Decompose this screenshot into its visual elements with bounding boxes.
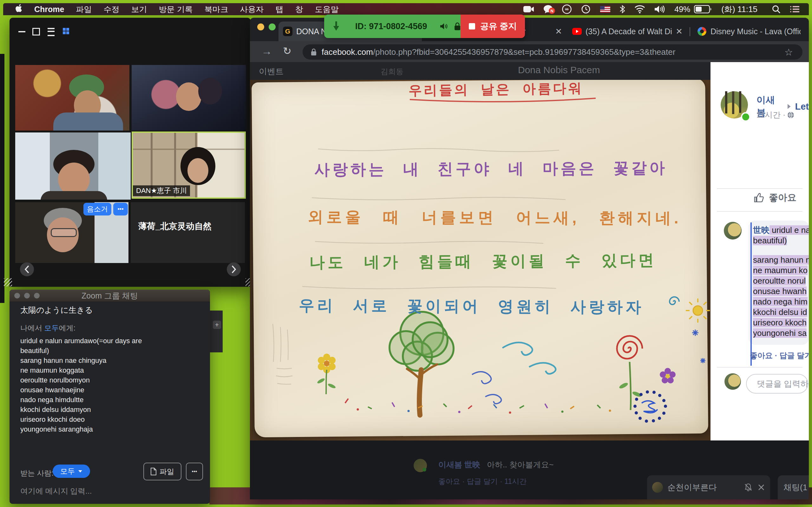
lock-icon [311, 48, 316, 56]
minimize-traffic-light[interactable] [24, 293, 30, 298]
zoom-gallery-view-icon[interactable] [63, 28, 69, 34]
bg-text-events: 이벤트 [259, 66, 284, 77]
file-button[interactable]: 파일 [143, 463, 182, 481]
menu-bar: Chrome 파일 수정 보기 방문 기록 북마크 사용자 탭 창 도움말 N … [3, 3, 809, 15]
close-traffic-light[interactable] [14, 293, 20, 298]
comment-input-placeholder: 댓글을 입력하세 [757, 378, 809, 389]
comment-input[interactable]: 댓글을 입력하세 [746, 374, 808, 394]
chat-message-input[interactable]: 여기에 메시지 입력... [20, 486, 92, 496]
chevron-right-icon [787, 104, 792, 109]
facebook-side-panel: 이새봄 Let 11시간 · 좋아요 世映 uridul e na b [711, 62, 809, 441]
recipient-value: 모두 [60, 466, 75, 476]
wifi-icon[interactable] [635, 5, 645, 13]
chevron-down-icon [78, 470, 83, 473]
menu-chrome[interactable]: Chrome [34, 5, 64, 14]
tab-disney-music-lava[interactable]: Disney Music - Lava (Officia [693, 21, 809, 41]
document-icon [151, 468, 156, 475]
bottom-comment-body: 아하.. 찾아볼게요~ [487, 460, 554, 469]
lyric-line: youngonehi saranghaja [20, 424, 169, 434]
menu-tab[interactable]: 탭 [275, 4, 283, 14]
post-time-row: 11시간 · [757, 110, 794, 120]
zoom-share-bar: ID: 971-0802-4569 공유 중지 [324, 14, 525, 38]
chat-bubble-badge-icon[interactable]: N [544, 5, 553, 13]
recipient-dropdown[interactable]: 모두 [53, 464, 90, 478]
tab-separator [690, 27, 690, 36]
chat-dock-tab-2[interactable]: 채팅(1 [778, 475, 809, 499]
share-info-section: ID: 971-0802-4569 [324, 14, 461, 38]
commenter-avatar[interactable] [724, 222, 742, 239]
zoom-list-view-icon[interactable] [48, 28, 55, 36]
zoom-minimize-view-icon[interactable] [18, 31, 26, 32]
bottom-comment-names[interactable]: 이새봄 世映 [438, 460, 480, 469]
window-resize-mark-left[interactable] [4, 278, 12, 286]
chat-more-button[interactable]: ••• [186, 463, 203, 481]
us-flag-icon[interactable] [600, 6, 610, 13]
stop-sharing-button[interactable]: 공유 중지 [461, 14, 525, 38]
globe-icon [787, 112, 794, 118]
tab-walt-disney[interactable]: (35) A Decade of Walt Disn ✕ [568, 21, 687, 41]
dock-tab-title: 순천이부른다 [667, 482, 744, 493]
participant-face [188, 158, 208, 183]
chrome-window: G DONA NOBIS PACEM UKUL ✕ f (3) Let's SI… [250, 18, 809, 499]
menu-users[interactable]: 사용자 [240, 4, 264, 14]
menu-help[interactable]: 도움말 [315, 4, 339, 14]
lyric-line: nado nega himdultte [20, 395, 169, 405]
close-tab-icon[interactable]: ✕ [555, 26, 562, 37]
plus-icon[interactable]: + [213, 321, 221, 329]
like-button[interactable]: 좋아요 [754, 191, 797, 204]
from-target[interactable]: 모두 [44, 324, 59, 332]
comment-text: nado nega him [753, 297, 808, 306]
chat-titlebar[interactable]: Zoom 그룹 채팅 [9, 290, 210, 302]
viewer-avatar[interactable] [724, 373, 741, 390]
creative-cloud-icon[interactable]: ∞ [562, 4, 571, 14]
close-icon[interactable] [758, 484, 764, 491]
close-tab-icon[interactable]: ✕ [676, 26, 682, 37]
comment-text: ne maumun ko [753, 266, 808, 275]
post-time[interactable]: 11시간 · [757, 110, 785, 120]
minimize-traffic-light[interactable] [257, 23, 264, 31]
menu-view[interactable]: 보기 [131, 4, 147, 14]
time-machine-icon[interactable] [581, 4, 591, 14]
chat-from-line: 나에서 모두에게: [20, 323, 75, 333]
menu-bookmarks[interactable]: 북마크 [204, 4, 228, 14]
background-panel-strip: + [210, 311, 223, 352]
fullscreen-traffic-light[interactable] [269, 23, 275, 31]
poster-line-4: 나도 네가 힘들때 꽃이될 수 있다면 [309, 250, 657, 273]
commenter-name[interactable]: 世映 [753, 225, 769, 235]
zoom-speaker-view-icon[interactable] [32, 28, 40, 36]
url-bar[interactable]: facebook.com/photo.php?fbid=306425543695… [303, 44, 803, 60]
comment-text: sarang hanun n [753, 255, 809, 265]
comment-action-links[interactable]: 좋아요 · 답글 달기 [750, 350, 809, 360]
selection-indicator-line [751, 222, 752, 366]
gallery-prev-button[interactable] [20, 262, 34, 276]
apple-menu-icon[interactable] [15, 4, 23, 14]
bookmark-star-icon[interactable]: ☆ [784, 47, 793, 58]
dimmed-page-bottom: 이새봄 世映 아하.. 찾아볼게요~ 좋아요 · 답글 달기 · 11시간 순천… [250, 441, 809, 499]
tile-more-button[interactable]: ••• [113, 203, 128, 216]
volume-icon[interactable] [655, 5, 665, 13]
post-group-name[interactable]: Let [795, 101, 809, 112]
reload-icon[interactable]: ↻ [283, 45, 292, 57]
tab-title: Disney Music - Lava (Officia [711, 27, 801, 36]
speaker-icon[interactable] [440, 22, 449, 31]
bluetooth-icon[interactable] [620, 5, 625, 14]
menu-window[interactable]: 창 [295, 4, 303, 14]
zoom-traffic-light[interactable] [34, 293, 40, 298]
bottom-comment-meta[interactable]: 좋아요 · 답글 달기 · 11시간 [438, 476, 526, 487]
spotlight-search-icon[interactable] [772, 5, 780, 13]
meeting-id: ID: 971-0802-4569 [355, 21, 427, 32]
comment-text: kkochi delsu id [753, 307, 807, 317]
gallery-next-button[interactable] [227, 262, 241, 276]
notification-list-icon[interactable] [790, 5, 799, 13]
chat-dock-tab[interactable]: 순천이부른다 [647, 475, 770, 499]
forward-icon[interactable]: → [261, 45, 272, 57]
menu-edit[interactable]: 수정 [103, 4, 119, 14]
battery-icon [694, 5, 712, 13]
menu-file[interactable]: 파일 [76, 4, 92, 14]
muted-bell-icon[interactable] [744, 483, 752, 492]
google-favicon [697, 26, 707, 36]
menu-history[interactable]: 방문 기록 [159, 4, 193, 14]
menubar-clock[interactable]: (화) 11:15 [721, 4, 757, 15]
zoom-camera-icon[interactable] [523, 6, 534, 13]
mute-button[interactable]: 음소거 [84, 203, 111, 216]
